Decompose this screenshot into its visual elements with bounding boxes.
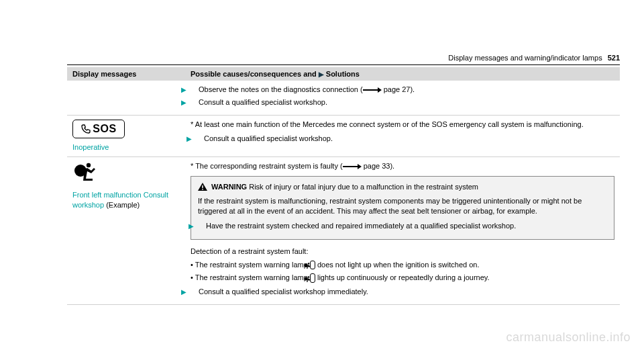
table-row: ▶Observe the notes on the diagnostics co…: [67, 81, 620, 115]
row2-star-line: At least one main function of the Merced…: [195, 120, 584, 128]
action-bullet-icon: ▶: [191, 98, 199, 107]
restraint-lamp-icon: [310, 261, 315, 269]
table-header-col2: Possible causes/consequences and ▶ Solut…: [185, 67, 620, 81]
action-bullet-icon: ▶: [196, 134, 204, 144]
warn-action: Have the restraint system checked and re…: [206, 222, 516, 230]
row2-action: Consult a qualified specialist workshop.: [204, 134, 333, 142]
sos-text: SOS: [93, 122, 116, 136]
svg-point-6: [304, 277, 307, 280]
cell-message-2: SOS Inoperative: [67, 115, 185, 156]
table-header-col1: Display messages: [67, 67, 185, 81]
row1-line1b: page 27).: [382, 85, 415, 93]
table-header-col2-b: Solutions: [324, 70, 360, 78]
table-row: Front left malfunction Consult workshop …: [67, 157, 620, 305]
action-bullet-icon: ▶: [191, 85, 199, 95]
arrow-icon: [363, 88, 382, 92]
table-header-col2-a: Possible causes/consequences and: [191, 70, 319, 78]
bullet-item: The restraint system warning lamp lights…: [191, 273, 614, 283]
cell-message-3: Front left malfunction Consult workshop …: [67, 157, 185, 305]
row1-line1a: Observe the notes on the diagnostics con…: [199, 85, 363, 93]
action-bullet-icon: ▶: [198, 222, 206, 231]
svg-point-1: [87, 163, 91, 167]
cell-solution-3: * The corresponding restraint system is …: [185, 157, 620, 305]
warn-body: If the restraint system is malfunctionin…: [198, 196, 607, 217]
detect-head: Detection of a restraint system fault:: [191, 247, 614, 257]
page-number: 521: [608, 54, 620, 62]
final-action: Consult a qualified specialist workshop …: [199, 287, 368, 296]
svg-point-5: [308, 263, 310, 265]
svg-point-7: [308, 276, 310, 278]
header-divider: [67, 64, 620, 65]
section-title: Display messages and warning/indicator l…: [448, 54, 602, 62]
bullet1-b: does not light up when the ignition is s…: [315, 261, 480, 269]
warn-title: WARNING: [211, 183, 247, 191]
bullet2-a: The restraint system warning lamp: [195, 273, 310, 281]
row3-star-a: The corresponding restraint system is fa…: [195, 162, 342, 170]
table-row: SOS Inoperative * At least one main func…: [67, 115, 620, 156]
arrow-icon: [343, 165, 362, 169]
bullet2-b: lights up continuously or repeatedly dur…: [315, 273, 490, 281]
airbag-icon: [72, 161, 97, 181]
svg-rect-3: [202, 189, 203, 190]
cell-solution-2: * At least one main function of the Merc…: [185, 115, 620, 156]
sos-box-icon: SOS: [72, 120, 125, 138]
messages-table: Display messages Possible causes/consequ…: [67, 67, 620, 305]
triangle-icon: ▶: [319, 71, 324, 78]
warn-head-text: Risk of injury or fatal injury due to a …: [247, 183, 478, 191]
inoperative-label: Inoperative: [72, 142, 180, 152]
row1-line2: Consult a qualified specialist workshop.: [199, 98, 327, 106]
phone-icon: [80, 124, 91, 134]
action-bullet-icon: ▶: [191, 287, 199, 297]
cell-message-1: [67, 81, 185, 115]
svg-point-4: [304, 264, 307, 267]
warning-box: WARNING Risk of injury or fatal injury d…: [191, 176, 614, 240]
bullet-item: The restraint system warning lamp does n…: [191, 260, 614, 270]
watermark: carmanualsonline.info: [506, 330, 631, 345]
restraint-label-suffix: (Example): [104, 201, 140, 209]
svg-rect-2: [202, 185, 203, 188]
cell-solution-1: ▶Observe the notes on the diagnostics co…: [185, 81, 620, 115]
warning-triangle-icon: [198, 183, 207, 191]
restraint-lamp-icon: [310, 273, 315, 282]
bullet1-a: The restraint system warning lamp: [195, 261, 310, 269]
row3-star-b: page 33).: [362, 162, 395, 170]
